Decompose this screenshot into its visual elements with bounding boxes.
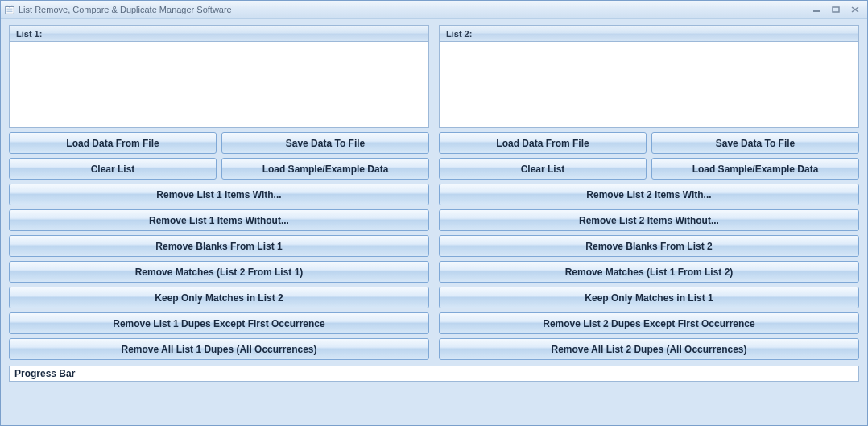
list1-dupes-all-button[interactable]: Remove All List 1 Dupes (All Occurrences… [9, 338, 429, 360]
list2-remove-without-button[interactable]: Remove List 2 Items Without... [439, 209, 859, 231]
list2-load-sample-button[interactable]: Load Sample/Example Data [651, 158, 859, 180]
list2-remove-blanks-button[interactable]: Remove Blanks From List 2 [439, 235, 859, 257]
list1-remove-matches-button[interactable]: Remove Matches (List 2 From List 1) [9, 261, 429, 283]
list1-remove-without-button[interactable]: Remove List 1 Items Without... [9, 209, 429, 231]
svg-rect-5 [833, 7, 839, 12]
list2-header-spacer [816, 26, 858, 41]
list1-remove-with-button[interactable]: Remove List 1 Items With... [9, 184, 429, 205]
list2-body[interactable] [439, 41, 859, 128]
list2-dupes-all-button[interactable]: Remove All List 2 Dupes (All Occurrences… [439, 338, 859, 360]
list2-header[interactable]: List 2: [439, 25, 859, 41]
list2-save-file-button[interactable]: Save Data To File [651, 132, 859, 154]
list1-dupes-except-first-button[interactable]: Remove List 1 Dupes Except First Occurre… [9, 312, 429, 334]
list2-header-label: List 2: [440, 26, 816, 41]
close-button[interactable] [846, 4, 864, 15]
list1-header[interactable]: List 1: [9, 25, 429, 41]
list2-keep-matches-button[interactable]: Keep Only Matches in List 1 [439, 287, 859, 308]
list2-load-file-button[interactable]: Load Data From File [439, 132, 647, 154]
progress-label: Progress Bar [14, 368, 75, 379]
list2-remove-matches-button[interactable]: Remove Matches (List 1 From List 2) [439, 261, 859, 283]
app-window: List Remove, Compare & Duplicate Manager… [0, 0, 868, 426]
list2-dupes-except-first-button[interactable]: Remove List 2 Dupes Except First Occurre… [439, 312, 859, 334]
list1-remove-blanks-button[interactable]: Remove Blanks From List 1 [9, 235, 429, 257]
titlebar: List Remove, Compare & Duplicate Manager… [1, 1, 867, 19]
maximize-button[interactable] [827, 4, 845, 15]
list1-header-label: List 1: [10, 26, 386, 41]
list1-pane: List 1: [9, 25, 429, 128]
list1-controls: Load Data From File Save Data To File Cl… [9, 132, 429, 360]
window-title: List Remove, Compare & Duplicate Manager… [19, 5, 806, 14]
list2-controls: Load Data From File Save Data To File Cl… [439, 132, 859, 360]
list2-pane: List 2: [439, 25, 859, 128]
list1-keep-matches-button[interactable]: Keep Only Matches in List 2 [9, 287, 429, 308]
list2-clear-button[interactable]: Clear List [439, 158, 647, 180]
list2-remove-with-button[interactable]: Remove List 2 Items With... [439, 184, 859, 205]
list1-header-spacer [386, 26, 428, 41]
progress-bar: Progress Bar [9, 366, 859, 382]
list1-load-file-button[interactable]: Load Data From File [9, 132, 217, 154]
app-icon [4, 4, 15, 15]
minimize-button[interactable] [808, 4, 825, 15]
list1-load-sample-button[interactable]: Load Sample/Example Data [221, 158, 429, 180]
list1-save-file-button[interactable]: Save Data To File [221, 132, 429, 154]
list1-clear-button[interactable]: Clear List [9, 158, 217, 180]
list1-body[interactable] [9, 41, 429, 128]
